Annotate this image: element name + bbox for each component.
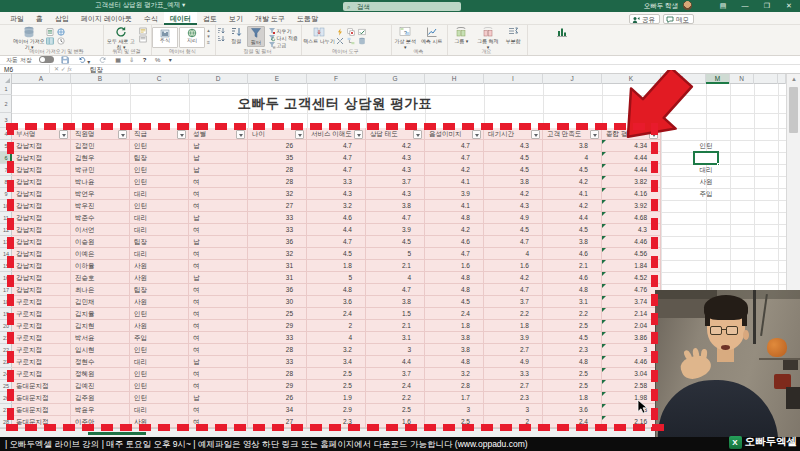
cell[interactable]: 남 <box>189 392 248 404</box>
cell[interactable]: 33 <box>248 356 307 368</box>
cell[interactable]: 2.8 <box>425 380 484 392</box>
cell[interactable]: 김예진 <box>71 380 130 392</box>
cell[interactable]: 4.8 <box>425 272 484 284</box>
cell[interactable]: 4 <box>307 332 366 344</box>
cell[interactable]: 주임 <box>130 332 189 344</box>
cell[interactable]: 3.8 <box>543 140 602 152</box>
cell[interactable]: 4.8 <box>543 284 602 296</box>
cell[interactable]: 3.8 <box>425 344 484 356</box>
cell[interactable]: 29 <box>248 380 307 392</box>
name-box[interactable]: M6 <box>0 65 50 74</box>
subtotal-button[interactable]: 부분합 <box>502 26 524 45</box>
cell[interactable]: 3.7 <box>366 176 425 188</box>
cell[interactable]: 1.7 <box>425 392 484 404</box>
cell[interactable]: 4.4 <box>543 212 602 224</box>
cell[interactable]: 대리 <box>130 404 189 416</box>
cell[interactable]: 36 <box>248 284 307 296</box>
cell[interactable]: 팀장 <box>130 284 189 296</box>
cell[interactable]: 동대문지점 <box>12 380 71 392</box>
cell[interactable]: 1.6 <box>425 260 484 272</box>
cell[interactable]: 인턴 <box>130 164 189 176</box>
cell[interactable]: 박윤우 <box>71 404 130 416</box>
column-header-B[interactable]: B <box>71 74 130 84</box>
cell[interactable]: 강남지점 <box>12 260 71 272</box>
cell[interactable]: 2.4 <box>366 380 425 392</box>
cell[interactable]: 김민채 <box>71 296 130 308</box>
filter-button[interactable] <box>472 130 481 139</box>
geography-button[interactable]: 지리 <box>179 27 205 48</box>
cell[interactable]: 4.2 <box>366 140 425 152</box>
cell[interactable]: 2.5 <box>307 380 366 392</box>
cell[interactable]: 4.7 <box>425 152 484 164</box>
data-model-icon[interactable] <box>358 37 366 45</box>
cell[interactable]: 인턴 <box>130 368 189 380</box>
text-to-columns-button[interactable]: 텍스트 나누기 <box>303 26 335 45</box>
cell[interactable]: 3.6 <box>307 296 366 308</box>
cell[interactable]: 2.1 <box>366 320 425 332</box>
data-analysis-button[interactable] <box>546 26 578 38</box>
share-button[interactable]: 공유 <box>629 14 660 24</box>
filter-button[interactable] <box>59 130 68 139</box>
cell[interactable]: 팀장 <box>130 236 189 248</box>
cell[interactable]: 강남지점 <box>12 164 71 176</box>
cell[interactable]: 2.1 <box>543 260 602 272</box>
cell[interactable]: 3.8 <box>366 296 425 308</box>
cell[interactable]: 36 <box>248 236 307 248</box>
filter-button[interactable] <box>413 130 422 139</box>
cell[interactable]: 김지율 <box>71 308 130 320</box>
cell[interactable]: 2.5 <box>307 368 366 380</box>
cell[interactable]: 강남지점 <box>12 200 71 212</box>
cell[interactable]: 4.2 <box>484 188 543 200</box>
cell[interactable]: 3 <box>425 404 484 416</box>
cell[interactable]: 임시현 <box>71 344 130 356</box>
cell[interactable]: 4.6 <box>425 236 484 248</box>
cell[interactable]: 3.8 <box>366 200 425 212</box>
cell[interactable]: 4.6 <box>543 272 602 284</box>
enter-icon[interactable]: ✓ <box>61 66 66 72</box>
cell[interactable]: 4.3 <box>484 140 543 152</box>
cell[interactable]: 동대문지점 <box>12 392 71 404</box>
cell[interactable]: 강남지점 <box>12 224 71 236</box>
cell[interactable]: 4.7 <box>425 140 484 152</box>
filter-button[interactable] <box>354 130 363 139</box>
get-data-button[interactable]: 데이터 가져오기 ▾ <box>13 26 45 50</box>
qat-grid-icon[interactable]: ▦ <box>115 56 121 64</box>
column-header-E[interactable]: E <box>248 74 307 84</box>
remove-duplicates-icon[interactable] <box>347 28 355 36</box>
fill-handle[interactable] <box>717 163 720 166</box>
side-cell[interactable]: 주임 <box>694 188 718 200</box>
tab-검토[interactable]: 검토 <box>197 12 223 25</box>
tab-보기[interactable]: 보기 <box>223 12 249 25</box>
cell[interactable]: 4.7 <box>307 140 366 152</box>
cell[interactable]: 박연우 <box>71 188 130 200</box>
cancel-icon[interactable]: ✕ <box>54 66 59 72</box>
cell[interactable]: 최나은 <box>71 284 130 296</box>
cell[interactable]: 2.4 <box>425 308 484 320</box>
cell[interactable]: 대리 <box>130 188 189 200</box>
cell[interactable]: 4.5 <box>307 248 366 260</box>
cell[interactable]: 이서연 <box>71 224 130 236</box>
cell[interactable]: 4.6 <box>543 248 602 260</box>
cell[interactable]: 2.3 <box>484 392 543 404</box>
cell[interactable]: 여 <box>189 308 248 320</box>
cell[interactable]: 3.2 <box>307 344 366 356</box>
cell[interactable]: 이하율 <box>71 260 130 272</box>
cell[interactable]: 4.2 <box>484 272 543 284</box>
row-header-2[interactable]: 2 <box>0 95 12 113</box>
cell[interactable]: 28 <box>248 164 307 176</box>
cell[interactable]: 인턴 <box>130 140 189 152</box>
filter-button[interactable] <box>531 130 540 139</box>
cell[interactable]: 3.2 <box>307 200 366 212</box>
active-sheet-tab[interactable] <box>88 432 146 435</box>
cell[interactable]: 3.9 <box>484 332 543 344</box>
cell[interactable]: 2.9 <box>307 404 366 416</box>
cell[interactable]: 3.8 <box>425 332 484 344</box>
cell[interactable]: 남 <box>189 164 248 176</box>
cell[interactable]: 인턴 <box>130 380 189 392</box>
cell[interactable]: 여 <box>189 344 248 356</box>
fx-icon[interactable]: fx <box>67 66 71 72</box>
sort-desc-icon[interactable] <box>217 35 225 43</box>
cell[interactable]: 대리 <box>130 356 189 368</box>
cell[interactable]: 30 <box>248 296 307 308</box>
cell[interactable]: 2.1 <box>366 260 425 272</box>
